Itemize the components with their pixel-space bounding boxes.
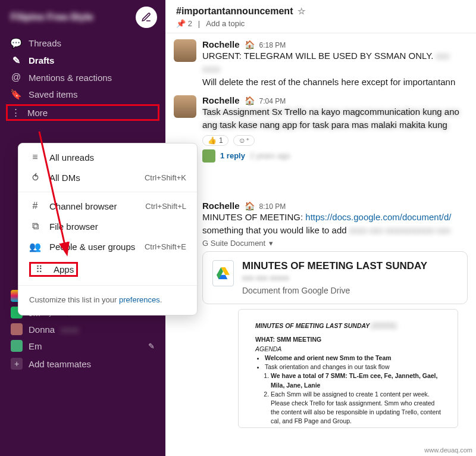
timestamp[interactable]: 8:10 PM — [259, 202, 286, 211]
blurred-name: xxxx — [61, 324, 79, 335]
attachment-type[interactable]: G Suite Document ▾ — [202, 239, 468, 248]
shortcut: Ctrl+Shift+E — [145, 242, 186, 251]
status-emoji: 🏠 — [245, 40, 255, 49]
nav-label: Saved items — [29, 89, 78, 99]
pencil-icon: ✎ — [148, 342, 155, 351]
popover-all-dms[interactable]: ⥀All DMs Ctrl+Shift+K — [18, 167, 197, 188]
dm-donna[interactable]: Donna xxxx — [0, 321, 165, 338]
reaction-count: 1 — [219, 136, 223, 145]
timestamp[interactable]: 7:04 PM — [259, 97, 286, 105]
divider: | — [198, 19, 200, 28]
message: Rochelle 🏠 7:04 PM Task Assignment Sx Tr… — [165, 93, 476, 167]
footer-suffix: . — [160, 295, 162, 304]
add-teammates-label: Add teammates — [29, 359, 91, 369]
nav-label: Mentions & reactions — [29, 73, 112, 83]
popover-file-browser[interactable]: ⧉File browser — [18, 216, 197, 236]
popover-label: People & user groups — [49, 242, 135, 252]
threads-icon: 💬 — [11, 38, 21, 49]
nav-saved[interactable]: 🔖 Saved items — [0, 86, 165, 103]
more-popover: ≡All unreads ⥀All DMs Ctrl+Shift+K #Chan… — [18, 143, 198, 316]
preferences-link[interactable]: preferences — [119, 295, 160, 304]
popover-label: Channel browser — [49, 201, 117, 211]
add-teammates[interactable]: + Add teammates — [0, 354, 165, 373]
message: Rochelle 🏠 8:10 PM MINUTES OF MEETING: h… — [165, 198, 476, 433]
avatar — [11, 340, 23, 352]
avatar[interactable] — [174, 95, 196, 118]
hash-icon: # — [29, 201, 41, 211]
reaction[interactable]: 👍1 — [202, 135, 228, 146]
popover-label: All unreads — [49, 152, 94, 163]
list-icon: ≡ — [29, 152, 41, 163]
reply-avatar — [202, 149, 215, 163]
dm-name: Donna — [29, 324, 55, 335]
footer-prefix: Customize this list in your — [29, 295, 119, 304]
message-text: URGENT: TELEGRAM WILL BE USED BY SSMAN O… — [202, 49, 468, 76]
add-reaction[interactable]: ☺⁺ — [233, 135, 255, 146]
gdrive-icon — [212, 260, 234, 286]
dm-name: Em — [29, 341, 42, 351]
pin-count: 2 — [188, 19, 192, 28]
nav-label: More — [27, 108, 48, 118]
popover-apps[interactable]: ⠿ Apps — [18, 257, 197, 282]
doc-card[interactable]: MINUTES OF MEETING LAST SUNDAY xxx xxx x… — [202, 251, 468, 304]
doc-blurred: xxx xxx xxxxx — [242, 273, 427, 282]
chevron-down-icon: ▾ — [269, 239, 273, 248]
popover-all-unreads[interactable]: ≡All unreads — [18, 147, 197, 167]
message-text: Will delete the rest of the channels her… — [202, 76, 468, 89]
status-emoji: 🏠 — [245, 201, 255, 211]
files-icon: ⧉ — [29, 221, 41, 232]
doc-link[interactable]: https://docs.google.com/document/d/ — [305, 212, 451, 222]
nav-threads[interactable]: 💬 Threads — [0, 35, 165, 52]
status-emoji: 🏠 — [245, 96, 255, 105]
avatar — [11, 323, 23, 335]
drafts-icon: ✎ — [11, 55, 21, 66]
workspace-name[interactable]: Filipino Free-Style — [11, 12, 93, 23]
pin-icon[interactable]: 📌 2 — [176, 19, 192, 28]
message-text: MINUTES OF MEETING: https://docs.google.… — [202, 211, 468, 224]
channel-name[interactable]: #importantannouncement — [176, 6, 293, 17]
message-text: something that you would like to add xxx… — [202, 224, 468, 237]
shortcut: Ctrl+Shift+K — [145, 173, 186, 182]
star-icon[interactable]: ☆ — [298, 6, 305, 17]
watermark: www.deuaq.com — [424, 446, 472, 454]
doc-title: MINUTES OF MEETING LAST SUNDAY — [242, 260, 427, 272]
popover-label: Apps — [54, 264, 74, 274]
nav-more[interactable]: ⋮ More — [6, 104, 159, 121]
message: Rochelle 🏠 6:18 PM URGENT: TELEGRAM WILL… — [165, 37, 476, 93]
bookmark-icon: 🔖 — [11, 89, 21, 100]
compose-button[interactable] — [136, 7, 157, 28]
nav-label: Threads — [29, 38, 61, 48]
nav-label: Drafts — [29, 55, 54, 65]
popover-people[interactable]: 👥People & user groups Ctrl+Shift+E — [18, 236, 197, 257]
message-text-blurred: Task Assignment Sx Trello na kayo magcom… — [202, 105, 468, 132]
author-name[interactable]: Rochelle — [202, 39, 240, 49]
avatar[interactable] — [174, 39, 196, 62]
divider — [18, 192, 197, 192]
more-icon: ⋮ — [11, 107, 20, 118]
doc-source: Document from Google Drive — [242, 286, 427, 295]
dm-em[interactable]: Em ✎ — [0, 338, 165, 354]
nav-mentions[interactable]: @ Mentions & reactions — [0, 69, 165, 86]
shortcut: Ctrl+Shift+L — [145, 202, 186, 211]
author-name[interactable]: Rochelle — [202, 95, 240, 105]
doc-preview[interactable]: MINUTES OF MEETING LAST SUNDAY (XXXXX) W… — [238, 309, 458, 428]
reply-link[interactable]: 1 reply — [220, 151, 245, 160]
timestamp[interactable]: 6:18 PM — [259, 41, 286, 49]
smile-plus-icon: ☺⁺ — [239, 136, 249, 145]
popover-channel-browser[interactable]: #Channel browser Ctrl+Shift+L — [18, 196, 197, 216]
author-name[interactable]: Rochelle — [202, 201, 240, 211]
popover-label: All DMs — [49, 173, 80, 183]
nav-drafts[interactable]: ✎ Drafts — [0, 52, 165, 69]
dm-icon: ⥀ — [29, 172, 41, 183]
apps-icon: ⠿ — [33, 264, 45, 275]
thumbsup-icon: 👍 — [208, 136, 217, 145]
reply-time: 2 years ago — [250, 151, 290, 160]
channel-header: #importantannouncement ☆ 📌 2 | Add a top… — [165, 0, 476, 33]
add-topic[interactable]: Add a topic — [206, 19, 245, 28]
plus-icon: + — [11, 358, 23, 370]
people-icon: 👥 — [29, 241, 41, 252]
popover-label: File browser — [49, 221, 98, 232]
at-icon: @ — [11, 72, 21, 83]
popover-footer: Customize this list in your preferences. — [18, 289, 197, 311]
compose-icon — [141, 12, 152, 23]
